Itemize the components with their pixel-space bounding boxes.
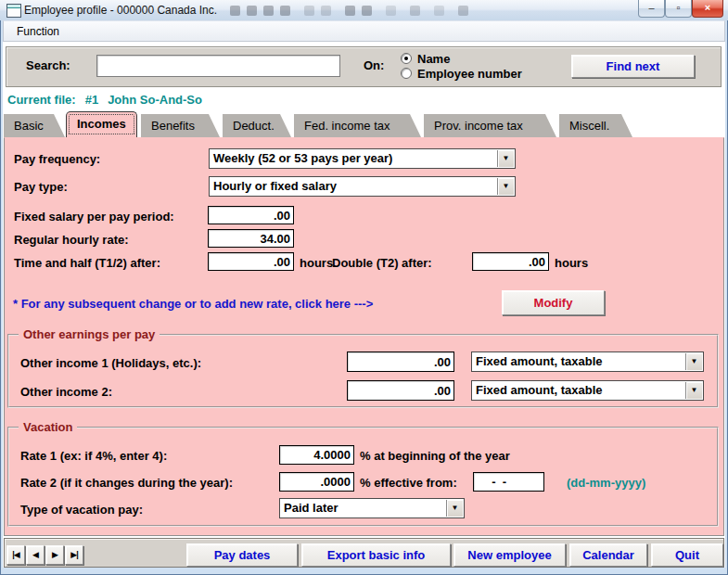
pay-type-value: Hourly or fixed salary xyxy=(213,179,337,193)
other-income-1-label: Other income 1 (Holidays, etc.): xyxy=(20,356,201,370)
maximize-icon: ▫ xyxy=(677,2,681,13)
close-icon: × xyxy=(705,2,710,13)
chevron-down-icon[interactable]: ▼ xyxy=(497,150,514,167)
rate1-input[interactable] xyxy=(279,445,354,465)
menu-bar: Function xyxy=(3,20,725,42)
radio-name-label[interactable]: Name xyxy=(417,52,450,66)
minimize-icon: – xyxy=(648,2,654,13)
ghost-icon xyxy=(386,6,396,16)
other-income-2-input[interactable] xyxy=(347,380,454,401)
time-half-label: Time and half (T1/2) after: xyxy=(14,256,160,270)
new-employee-button[interactable]: New employee xyxy=(453,543,566,567)
pay-type-label: Pay type: xyxy=(14,180,68,194)
vacation-legend: Vacation xyxy=(19,420,77,434)
time-half-suffix: hours. xyxy=(300,256,337,270)
chevron-down-icon[interactable]: ▼ xyxy=(685,382,702,399)
double-label: Double (T2) after: xyxy=(332,256,432,270)
tab-prov-income-tax[interactable]: Prov. income tax xyxy=(424,114,556,137)
close-button[interactable]: × xyxy=(692,0,723,18)
other-income-1-type-value: Fixed amount, taxable xyxy=(476,354,603,368)
ghost-icon xyxy=(247,6,257,16)
modify-button[interactable]: Modify xyxy=(502,290,605,315)
ghost-icon xyxy=(304,6,314,16)
current-file-name: John So-And-So xyxy=(108,93,202,107)
rate2-input[interactable] xyxy=(279,472,354,492)
ghost-icon xyxy=(410,6,420,16)
tab-deduct[interactable]: Deduct. xyxy=(223,114,291,137)
calendar-button[interactable]: Calendar xyxy=(569,543,647,567)
radio-name[interactable] xyxy=(401,53,412,64)
hourly-rate-input[interactable] xyxy=(208,229,294,248)
vacation-type-select[interactable]: Paid later ▼ xyxy=(279,498,465,518)
current-file-label: Current file: xyxy=(7,93,76,107)
other-income-2-type-value: Fixed amount, taxable xyxy=(476,383,603,397)
window-title: Employee profile - 000000 Canada Inc. xyxy=(24,4,217,17)
pay-dates-button[interactable]: Pay dates xyxy=(186,543,298,567)
minimize-button[interactable]: – xyxy=(638,0,665,18)
tab-fed-income-tax[interactable]: Fed. income tax xyxy=(294,114,421,137)
rate1-label: Rate 1 (ex: if 4%, enter 4): xyxy=(20,449,167,463)
current-file-line: Current file:#1John So-And-So xyxy=(7,93,211,107)
ghost-icon xyxy=(345,6,355,16)
search-label: Search: xyxy=(26,58,70,72)
nav-next-button[interactable]: ▶ xyxy=(45,545,64,565)
ghost-icon xyxy=(434,6,444,16)
pay-type-select[interactable]: Hourly or fixed salary ▼ xyxy=(209,176,516,197)
date-format-hint: (dd-mm-yyyy) xyxy=(567,476,645,490)
tab-incomes[interactable]: Incomes xyxy=(66,111,137,137)
double-suffix: hours xyxy=(555,256,588,270)
rate2-label: Rate 2 (if it changes during the year): xyxy=(20,476,233,490)
app-icon xyxy=(6,4,21,18)
employee-profile-window: Employee profile - 000000 Canada Inc. – … xyxy=(0,0,728,575)
rate2-suffix: % effective from: xyxy=(360,476,457,490)
ghost-icon xyxy=(458,6,468,16)
chevron-down-icon[interactable]: ▼ xyxy=(685,353,702,370)
other-income-2-type-select[interactable]: Fixed amount, taxable ▼ xyxy=(471,380,704,401)
tab-benefits[interactable]: Benefits xyxy=(141,114,220,137)
nav-previous-button[interactable]: ◀ xyxy=(26,545,45,565)
modify-note: * For any subsequent change or to add ne… xyxy=(13,297,373,311)
search-input[interactable] xyxy=(96,55,340,77)
vacation-type-label: Type of vacation pay: xyxy=(20,503,143,517)
rate1-suffix: % at beginning of the year xyxy=(360,449,510,463)
radio-employee-number-label[interactable]: Employee number xyxy=(417,67,522,81)
ghost-icon xyxy=(263,6,274,16)
hourly-rate-label: Regular hourly rate: xyxy=(14,233,129,247)
rate2-date-input[interactable] xyxy=(473,472,544,492)
other-income-2-label: Other income 2: xyxy=(20,385,112,399)
quit-button[interactable]: Quit xyxy=(651,543,723,567)
menu-function[interactable]: Function xyxy=(13,24,63,39)
radio-employee-number[interactable] xyxy=(401,68,412,79)
ghost-icon xyxy=(230,6,240,16)
find-next-button[interactable]: Find next xyxy=(571,55,695,78)
ghost-icon xyxy=(280,6,290,16)
ghost-icon xyxy=(362,6,372,16)
vacation-type-value: Paid later xyxy=(284,501,338,515)
pay-frequency-select[interactable]: Weekly (52 or 53 pays per year) ▼ xyxy=(209,148,516,169)
ghost-icon xyxy=(321,6,331,16)
search-on-label: On: xyxy=(364,58,384,72)
other-income-1-type-select[interactable]: Fixed amount, taxable ▼ xyxy=(471,351,704,372)
pay-frequency-label: Pay frequency: xyxy=(14,152,100,166)
nav-last-button[interactable]: ▶| xyxy=(65,545,83,565)
chevron-down-icon[interactable]: ▼ xyxy=(497,178,514,195)
other-income-1-input[interactable] xyxy=(347,351,454,372)
double-input[interactable] xyxy=(472,252,549,271)
fixed-salary-input[interactable] xyxy=(208,206,294,224)
nav-first-button[interactable]: |◀ xyxy=(6,545,25,565)
time-half-input[interactable] xyxy=(208,252,294,271)
other-earnings-legend: Other earnings per pay xyxy=(19,327,160,341)
export-basic-info-button[interactable]: Export basic info xyxy=(301,543,451,567)
fixed-salary-label: Fixed salary per pay period: xyxy=(14,210,174,224)
chevron-down-icon[interactable]: ▼ xyxy=(446,500,463,517)
pay-frequency-value: Weekly (52 or 53 pays per year) xyxy=(213,151,392,165)
maximize-button[interactable]: ▫ xyxy=(665,0,692,18)
current-file-number: #1 xyxy=(85,93,98,107)
tab-miscell[interactable]: Miscell. xyxy=(559,114,632,137)
title-bar: Employee profile - 000000 Canada Inc. – … xyxy=(0,0,728,20)
